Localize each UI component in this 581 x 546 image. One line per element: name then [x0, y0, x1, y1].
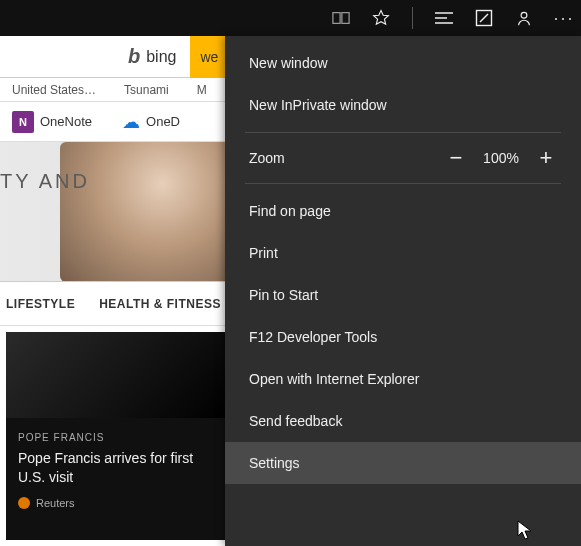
- menu-print[interactable]: Print: [225, 232, 581, 274]
- bing-icon: b: [128, 45, 140, 68]
- trending-item[interactable]: United States…: [12, 83, 96, 97]
- hero-text: TY AND: [0, 170, 90, 193]
- news-title: Pope Francis arrives for first U.S. visi…: [6, 449, 226, 487]
- app-onenote[interactable]: N OneNote: [12, 111, 92, 133]
- zoom-label: Zoom: [249, 150, 439, 166]
- svg-point-1: [521, 12, 527, 18]
- menu-settings[interactable]: Settings: [225, 442, 581, 484]
- browser-toolbar: ···: [0, 0, 581, 36]
- nav-item-lifestyle[interactable]: LIFESTYLE: [6, 297, 75, 311]
- news-card[interactable]: POPE FRANCIS Pope Francis arrives for fi…: [6, 332, 226, 540]
- menu-find[interactable]: Find on page: [225, 190, 581, 232]
- webnote-icon[interactable]: [475, 9, 493, 27]
- menu-new-inprivate[interactable]: New InPrivate window: [225, 84, 581, 126]
- app-label: OneD: [146, 114, 180, 129]
- trending-item[interactable]: M: [197, 83, 207, 97]
- menu-devtools[interactable]: F12 Developer Tools: [225, 316, 581, 358]
- news-category: POPE FRANCIS: [6, 418, 226, 449]
- menu-zoom-row: Zoom − 100% +: [225, 139, 581, 177]
- hub-icon[interactable]: [435, 9, 453, 27]
- onedrive-icon: ☁: [122, 111, 140, 133]
- zoom-out-button[interactable]: −: [439, 149, 473, 167]
- news-image: [6, 332, 226, 418]
- menu-new-window[interactable]: New window: [225, 42, 581, 84]
- onenote-icon: N: [12, 111, 34, 133]
- menu-feedback[interactable]: Send feedback: [225, 400, 581, 442]
- favorite-icon[interactable]: [372, 9, 390, 27]
- menu-open-ie[interactable]: Open with Internet Explorer: [225, 358, 581, 400]
- hero-image: [60, 142, 230, 282]
- reading-view-icon[interactable]: [332, 9, 350, 27]
- more-menu: New window New InPrivate window Zoom − 1…: [225, 36, 581, 546]
- source-icon: [18, 497, 30, 509]
- search-query-fragment[interactable]: we: [190, 36, 228, 78]
- menu-separator: [245, 183, 561, 184]
- zoom-value: 100%: [473, 150, 529, 166]
- toolbar-separator: [412, 7, 413, 29]
- search-provider[interactable]: b bing: [128, 45, 176, 68]
- trending-item[interactable]: Tsunami: [124, 83, 169, 97]
- bing-label: bing: [146, 48, 176, 66]
- menu-separator: [245, 132, 561, 133]
- news-source: Reuters: [6, 487, 226, 519]
- app-onedrive[interactable]: ☁ OneD: [122, 111, 180, 133]
- more-icon[interactable]: ···: [555, 9, 573, 27]
- share-icon[interactable]: [515, 9, 533, 27]
- source-label: Reuters: [36, 497, 75, 509]
- nav-item-health[interactable]: HEALTH & FITNESS: [99, 297, 221, 311]
- menu-pin[interactable]: Pin to Start: [225, 274, 581, 316]
- app-label: OneNote: [40, 114, 92, 129]
- zoom-in-button[interactable]: +: [529, 149, 563, 167]
